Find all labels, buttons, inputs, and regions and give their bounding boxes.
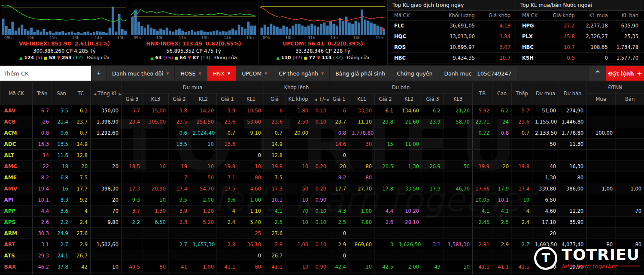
board-cell: [311, 250, 329, 261]
nav-item-b-ng-gi-ph-i-sinh[interactable]: Bảng giá phái sinh: [330, 66, 391, 81]
collapse-charts-button[interactable]: ^: [589, 66, 606, 81]
board-cell: [422, 172, 444, 183]
foreign-row[interactable]: PLX45.82,326,2725,35: [516, 31, 644, 42]
time-tick: 15h: [246, 35, 254, 40]
board-cell: [586, 139, 616, 150]
nav-item-hnx[interactable]: HNX▼: [207, 66, 236, 81]
board-cell: 10.1: [33, 194, 52, 205]
foreign-row[interactable]: HBC10.7108,651,734,78: [516, 42, 644, 53]
next-column-icon[interactable]: ▶: [118, 92, 121, 96]
col-header-tong-kl: ◀Tổng KL▶: [91, 82, 122, 105]
col-header-kl2-bid: KL2: [190, 94, 217, 105]
board-cell: 50: [444, 161, 473, 172]
board-cell: 12.8: [71, 150, 91, 161]
board-cell: 251,50: [190, 116, 217, 127]
board-cell: 2.5: [329, 217, 349, 228]
board-symbol-cell[interactable]: ATS: [0, 250, 33, 261]
board-cell: 2.5: [492, 217, 512, 228]
foreign-row[interactable]: HPG27.22,277,18635,90: [516, 21, 644, 31]
th-ma-ck: Mã CK: [388, 11, 426, 21]
index-summary: HNX-INDEX: 113.45 0.62(0.55%): [129, 40, 258, 48]
board-cell: 20: [91, 161, 122, 172]
board-symbol-cell[interactable]: ACM: [0, 127, 33, 139]
board-symbol-cell[interactable]: AAV: [0, 105, 33, 116]
board-symbol-cell[interactable]: BAX: [0, 261, 33, 272]
next-column-icon[interactable]: ▶: [327, 98, 329, 102]
board-cell: [91, 150, 122, 161]
board-cell: 41.1: [217, 261, 238, 272]
board-cell: 13.6: [217, 139, 238, 150]
place-order-button[interactable]: Đặt lệnh +: [606, 66, 644, 81]
board-symbol-cell[interactable]: AME: [0, 172, 33, 183]
th-kl-mua: KL mua: [580, 11, 613, 21]
add-symbol-input[interactable]: [0, 66, 91, 81]
board-symbol-cell[interactable]: APS: [0, 217, 33, 228]
prev-column-icon[interactable]: ◀: [94, 92, 96, 96]
value-cell: 0.5: [549, 53, 580, 63]
board-cell: 4.1: [264, 205, 286, 217]
board-cell: 53,60: [238, 116, 264, 127]
nav-item-cp-theo-ng-nh[interactable]: CP theo ngành▼: [273, 66, 330, 81]
board-symbol-cell[interactable]: ADC: [0, 139, 33, 150]
board-cell: 2.3: [169, 217, 190, 228]
unchanged-count: 58: [49, 55, 55, 60]
board-cell: [586, 217, 616, 228]
top-volume-row[interactable]: FLC36,691,054.18: [388, 21, 516, 31]
hnx-index-chart: [131, 2, 256, 35]
board-symbol-cell[interactable]: API: [0, 194, 33, 205]
nav-item-danh-m-c-theo-d-i[interactable]: Danh mục theo dõi▼: [106, 66, 175, 81]
board-cell: 23.4: [122, 116, 143, 127]
nav-item-ch-ng-quy-n[interactable]: Chứng quyền: [391, 66, 438, 81]
board-cell: 339,80: [532, 183, 559, 194]
board-cell: [616, 172, 644, 183]
col-header-tran: Trần: [33, 82, 52, 105]
board-cell: 0.7: [264, 127, 286, 139]
board-cell: [444, 205, 473, 217]
col-header-kl3-bid: KL3: [143, 94, 169, 105]
nav-item-danh-m-c-105c749247[interactable]: Danh mục - 105C749247: [438, 66, 517, 81]
foreign-row[interactable]: KSH0.501,577,70: [516, 53, 644, 63]
board-cell: 0.10: [311, 116, 329, 127]
nav-item-upcom[interactable]: UPCOM▼: [236, 66, 273, 81]
unchanged-icon: ■: [44, 56, 48, 60]
board-symbol-cell[interactable]: AMV: [0, 183, 33, 194]
time-axis: 09h10h11h13h14h15h: [0, 35, 129, 40]
board-cell: [396, 272, 422, 275]
board-symbol-cell[interactable]: APP: [0, 205, 33, 217]
time-tick: 14h: [94, 35, 102, 40]
board-symbol-cell[interactable]: ALT: [0, 150, 33, 161]
top-volume-row[interactable]: ROS10,695,973.07: [388, 42, 516, 53]
add-symbol-button[interactable]: +: [91, 66, 106, 81]
board-cell: [190, 272, 217, 275]
top-volume-row[interactable]: HBC9,434,3510.7: [388, 53, 516, 63]
col-header-change: ◀+/-▶: [311, 94, 329, 105]
board-symbol-cell[interactable]: AMC: [0, 161, 33, 172]
board-symbol-cell[interactable]: ARM: [0, 228, 33, 239]
nav-item-hose[interactable]: HOSE▼: [175, 66, 207, 81]
charts-next-icon[interactable]: ›: [380, 22, 385, 35]
board-cell: 22: [33, 161, 52, 172]
top-volume-row[interactable]: HQC13,013,001.84: [388, 31, 516, 42]
advancers-icon: ▲: [19, 55, 23, 60]
board-cell: 41.1: [264, 261, 286, 272]
prev-column-icon[interactable]: ◀: [314, 98, 317, 102]
board-cell: 25: [238, 228, 264, 239]
board-cell: [512, 150, 532, 161]
time-tick: 15h: [117, 35, 125, 40]
board-symbol-cell[interactable]: ACB: [0, 116, 33, 127]
board-cell: 40: [532, 161, 559, 172]
board-symbol-cell[interactable]: ART: [0, 239, 33, 250]
board-cell: 4.1: [492, 205, 512, 217]
board-cell: 80: [559, 172, 586, 183]
board-cell: [311, 150, 329, 161]
board-cell: 6.2: [492, 105, 512, 116]
board-symbol-cell[interactable]: BBS: [0, 272, 33, 275]
board-row-ame: AME8.26.87.57507.1807.58.2801,3080: [0, 172, 644, 183]
board-cell: [616, 272, 644, 275]
board-cell: [422, 150, 444, 161]
board-cell: 17.4: [512, 183, 532, 194]
col-header-gia: Giá: [264, 94, 286, 105]
board-cell: [444, 228, 473, 239]
board-cell: [329, 194, 349, 205]
vn-index-chart: [2, 2, 127, 35]
